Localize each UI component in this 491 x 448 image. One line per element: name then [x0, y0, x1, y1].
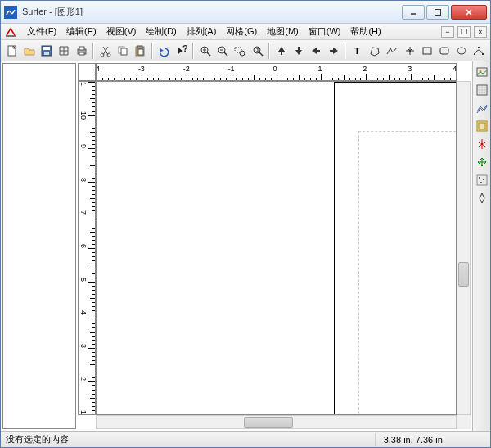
minimize-button[interactable]: [402, 5, 425, 20]
svg-rect-39: [477, 175, 487, 185]
application-window: Surfer - [图形1] 文件(F) 编辑(E) 视图(V) 绘制(D) 排…: [0, 0, 491, 448]
menu-map[interactable]: 地图(M): [262, 24, 304, 39]
svg-point-38: [481, 143, 483, 145]
vertical-scrollbar[interactable]: [457, 81, 471, 415]
classed-post-button[interactable]: [475, 191, 489, 206]
polygon-tool-button[interactable]: [367, 42, 382, 60]
mdi-minimize-button[interactable]: −: [441, 26, 454, 38]
svg-rect-30: [474, 53, 475, 55]
menu-file[interactable]: 文件(F): [22, 24, 61, 39]
svg-rect-6: [44, 52, 49, 55]
whats-this-button[interactable]: ?: [173, 42, 189, 60]
zoom-out-button[interactable]: [215, 42, 231, 60]
arrow-right-button[interactable]: [326, 42, 341, 60]
svg-rect-15: [138, 49, 143, 55]
maximize-button[interactable]: [426, 5, 449, 20]
svg-point-29: [457, 48, 466, 54]
new-button[interactable]: [4, 42, 20, 60]
grid-button[interactable]: [56, 42, 72, 60]
svg-rect-8: [79, 47, 84, 50]
vertical-scroll-thumb[interactable]: [458, 262, 469, 287]
text-tool-button[interactable]: T: [349, 42, 365, 60]
undo-button[interactable]: [156, 42, 172, 60]
status-bar: 没有选定的内容 -3.38 in, 7.36 in: [1, 431, 490, 447]
app-icon: [4, 6, 17, 19]
svg-rect-5: [43, 47, 50, 50]
menu-window[interactable]: 窗口(W): [304, 24, 346, 39]
zoom-rect-button[interactable]: [232, 42, 248, 60]
svg-rect-13: [121, 48, 127, 55]
svg-text:?: ?: [182, 44, 188, 53]
horizontal-scroll-thumb[interactable]: [244, 417, 293, 428]
toolbar-separator: [92, 43, 94, 59]
mdi-controls: − ❐ ×: [441, 26, 487, 38]
svg-rect-1: [435, 9, 441, 15]
polyline-tool-button[interactable]: [385, 42, 400, 60]
print-button[interactable]: [74, 42, 89, 60]
horizontal-ruler: -4-3-2-101234: [96, 63, 457, 81]
svg-rect-32: [478, 47, 480, 48]
svg-point-40: [479, 177, 480, 179]
menu-grid[interactable]: 网格(G): [221, 24, 262, 39]
copy-button[interactable]: [115, 42, 130, 60]
shaded-relief-button[interactable]: [475, 137, 489, 152]
zoom-realtime-button[interactable]: [250, 42, 265, 60]
drawing-canvas[interactable]: [96, 81, 457, 415]
system-menu-icon[interactable]: [4, 25, 17, 38]
toolbar-separator: [345, 43, 346, 59]
mdi-close-button[interactable]: ×: [474, 26, 487, 38]
svg-point-42: [480, 182, 482, 183]
svg-line-21: [224, 52, 227, 56]
titlebar[interactable]: Surfer - [图形1]: [1, 1, 490, 24]
toolbar-separator: [192, 43, 194, 59]
menu-view[interactable]: 视图(V): [101, 24, 142, 39]
page-margin-guide: [358, 131, 457, 415]
rectangle-tool-button[interactable]: [419, 42, 435, 60]
menu-draw[interactable]: 绘制(D): [141, 24, 181, 39]
main-toolbar: ? T: [1, 40, 490, 61]
contour-map-button[interactable]: [475, 83, 489, 97]
window-title: Surfer - [图形1]: [22, 6, 400, 18]
svg-rect-28: [440, 48, 448, 54]
vector-map-button[interactable]: [475, 119, 489, 133]
map-toolbox: [472, 61, 490, 431]
rounded-rect-tool-button[interactable]: [436, 42, 452, 60]
save-button[interactable]: [38, 42, 54, 60]
arrow-left-button[interactable]: [309, 42, 324, 60]
arrow-down-button[interactable]: [291, 42, 307, 60]
image-map-button[interactable]: [475, 65, 489, 79]
menu-help[interactable]: 帮助(H): [345, 24, 385, 39]
zoom-in-button[interactable]: [197, 42, 213, 60]
arrow-up-button[interactable]: [273, 42, 289, 60]
canvas-area: -4-3-2-101234 1110987654321: [78, 63, 471, 429]
status-message: 没有选定的内容: [1, 433, 376, 446]
vertical-ruler: 1110987654321: [78, 81, 96, 415]
svg-text:T: T: [354, 46, 360, 56]
post-map-button[interactable]: [475, 173, 489, 188]
reshape-tool-button[interactable]: [471, 42, 487, 60]
toolbar-separator: [268, 43, 270, 59]
menu-edit[interactable]: 编辑(E): [61, 24, 101, 39]
close-button[interactable]: [451, 5, 487, 20]
ellipse-tool-button[interactable]: [454, 42, 470, 60]
object-tree-panel[interactable]: [2, 63, 76, 429]
mdi-restore-button[interactable]: ❐: [457, 26, 471, 38]
paste-button[interactable]: [133, 42, 148, 60]
ruler-corner: [78, 63, 96, 81]
svg-line-19: [207, 52, 210, 56]
window-controls: [400, 5, 487, 20]
toolbar-separator: [151, 43, 153, 59]
basemap-button[interactable]: [475, 155, 489, 170]
wireframe-map-button[interactable]: [475, 101, 489, 115]
work-area: -4-3-2-101234 1110987654321: [1, 61, 490, 431]
svg-rect-9: [79, 52, 84, 55]
svg-point-41: [483, 179, 484, 180]
menubar: 文件(F) 编辑(E) 视图(V) 绘制(D) 排列(A) 网格(G) 地图(M…: [1, 24, 490, 40]
open-button[interactable]: [21, 42, 37, 60]
menu-arrange[interactable]: 排列(A): [182, 24, 222, 39]
symbol-tool-button[interactable]: [402, 42, 417, 60]
status-coordinates: -3.38 in, 7.36 in: [376, 435, 490, 445]
cut-button[interactable]: [97, 42, 113, 60]
horizontal-scrollbar[interactable]: [96, 415, 457, 429]
svg-point-23: [240, 51, 245, 56]
